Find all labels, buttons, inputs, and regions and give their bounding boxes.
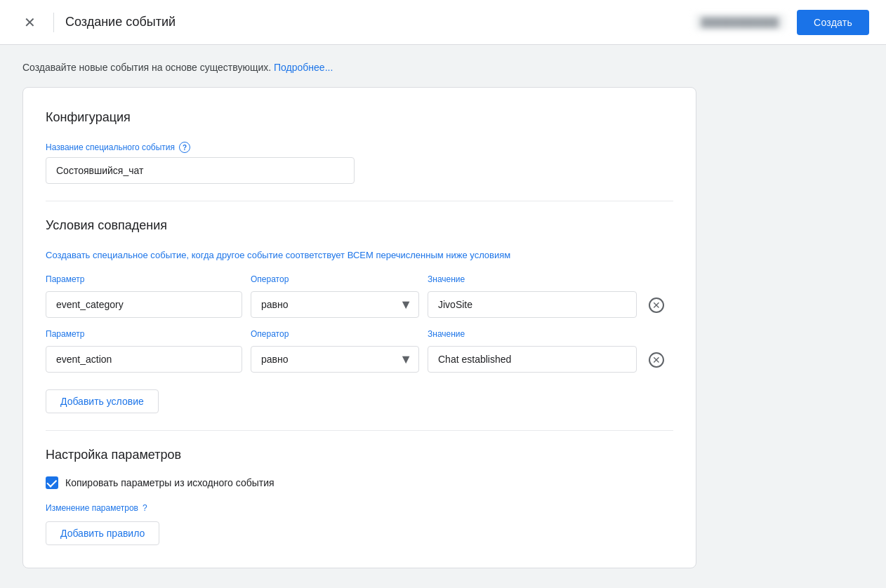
add-condition-button[interactable]: Добавить условие [46, 389, 159, 413]
divider-1 [46, 201, 673, 201]
info-text: Создавайте новые события на основе сущес… [22, 62, 271, 73]
param-change-help-icon[interactable]: ? [143, 503, 147, 513]
header: ✕ Создание событий ████████████ Создать [0, 0, 886, 45]
operator-select-wrapper-2: равно не равно содержит не содержит ▼ [251, 346, 419, 373]
param-settings-section: Настройка параметров Копировать параметр… [46, 448, 673, 545]
param-change-label-row: Изменение параметров ? [46, 503, 673, 513]
copy-params-row: Копировать параметры из исходного событи… [46, 476, 673, 489]
event-name-help-icon[interactable]: ? [179, 142, 190, 153]
value-label-1: Значение [428, 274, 637, 284]
condition-row-2: равно не равно содержит не содержит ▼ ✕ [46, 346, 673, 373]
condition-row-1: равно не равно содержит не содержит ▼ ✕ [46, 291, 673, 318]
create-button[interactable]: Создать [797, 10, 869, 35]
copy-params-checkbox[interactable] [46, 476, 58, 489]
value-input-1[interactable] [428, 291, 637, 318]
remove-condition-1-button[interactable]: ✕ [645, 294, 668, 316]
remove-icon-2: ✕ [649, 352, 664, 368]
info-bar: Создавайте новые события на основе сущес… [22, 62, 750, 73]
event-name-label-row: Название специального события ? [46, 142, 673, 153]
operator-label-2: Оператор [251, 329, 419, 339]
copy-params-label: Копировать параметры из исходного событи… [65, 477, 275, 488]
param-label-2: Параметр [46, 329, 242, 339]
param-label-1: Параметр [46, 274, 242, 284]
operator-select-1[interactable]: равно не равно содержит не содержит [251, 291, 419, 318]
main-card: Конфигурация Название специального событ… [22, 87, 696, 568]
value-input-2[interactable] [428, 346, 637, 373]
page-content: Создавайте новые события на основе сущес… [0, 45, 772, 585]
conditions-section: Условия совпадения Создавать специальное… [46, 218, 673, 413]
add-rule-button[interactable]: Добавить правило [46, 521, 159, 545]
param-settings-title: Настройка параметров [46, 448, 673, 462]
event-name-label: Название специального события [46, 142, 175, 152]
param-input-2[interactable] [46, 346, 242, 373]
operator-select-wrapper-1: равно не равно содержит не содержит ▼ [251, 291, 419, 318]
conditions-subtitle: Создавать специальное событие, когда дру… [46, 250, 673, 260]
page-title: Создание событий [65, 15, 683, 29]
divider-2 [46, 430, 673, 431]
param-change-label: Изменение параметров [46, 503, 138, 513]
operator-label-1: Оператор [251, 274, 419, 284]
param-input-1[interactable] [46, 291, 242, 318]
config-section: Конфигурация Название специального событ… [46, 110, 673, 184]
config-title: Конфигурация [46, 110, 673, 125]
header-divider [53, 13, 54, 32]
condition2-labels: Параметр Оператор Значение [46, 329, 673, 343]
close-button[interactable]: ✕ [17, 10, 42, 35]
header-subtitle: ████████████ [694, 14, 786, 30]
event-name-input[interactable] [46, 157, 355, 184]
remove-condition-2-button[interactable]: ✕ [645, 349, 668, 371]
condition1-labels: Параметр Оператор Значение [46, 274, 673, 288]
info-link[interactable]: Подробнее... [274, 62, 333, 73]
remove-icon-1: ✕ [649, 298, 664, 313]
operator-select-2[interactable]: равно не равно содержит не содержит [251, 346, 419, 373]
conditions-title: Условия совпадения [46, 218, 673, 233]
value-label-2: Значение [428, 329, 637, 339]
